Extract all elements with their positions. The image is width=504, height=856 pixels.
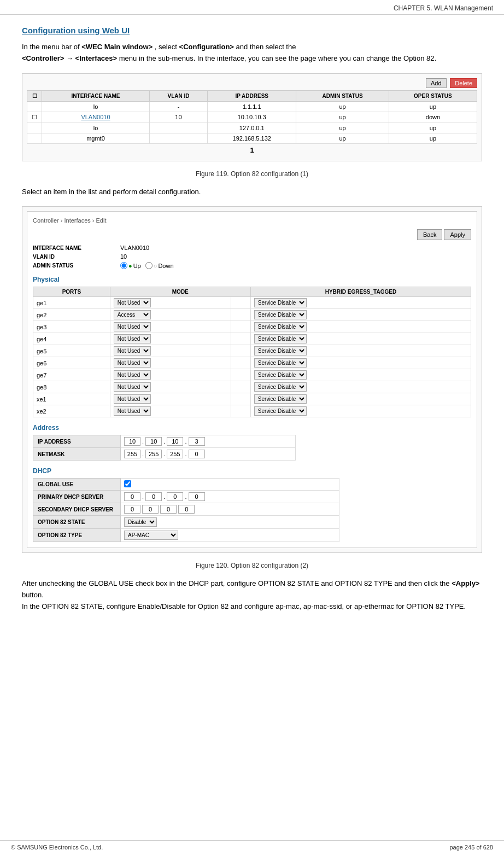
netmask-octet-4[interactable]: [189, 450, 205, 458]
global-use-label: GLOBAL USE: [33, 479, 121, 491]
back-button[interactable]: Back: [417, 229, 442, 240]
address-table-body: IP ADDRESS . . . NETMASK . .: [33, 435, 296, 461]
physical-section-header: Physical: [33, 276, 471, 283]
chapter-header: CHAPTER 5. WLAN Management: [0, 0, 504, 15]
hybrid-select-ge5[interactable]: Service DisableService Enable: [254, 346, 307, 356]
hybrid-select-ge2[interactable]: Service DisableService Enable: [254, 310, 307, 319]
hybrid-select-ge8[interactable]: Service DisableService Enable: [254, 382, 307, 392]
hybrid-select-ge7[interactable]: Service DisableService Enable: [254, 370, 307, 380]
hybrid-select-xe2[interactable]: Service DisableService Enable: [254, 406, 307, 416]
table-row: ge8 Not UsedAccessHybrid Service Disable…: [33, 381, 471, 393]
hybrid-select-ge4[interactable]: Service DisableService Enable: [254, 334, 307, 343]
secondary-octet-4[interactable]: [178, 505, 195, 514]
mode-select-xe1[interactable]: Not UsedAccessHybrid: [114, 394, 151, 404]
para-text-4: menu in the sub-menus. In the interface,…: [119, 54, 436, 62]
para-text-2: , select: [155, 43, 179, 51]
ip-octet-4[interactable]: [189, 437, 205, 446]
vlan-id-value: 10: [120, 253, 127, 260]
option82-type-select[interactable]: AP-MAC AP-MAC-SSID AP-ETHERMAC: [124, 531, 178, 540]
radio-down-input[interactable]: [145, 262, 153, 269]
port-name: ge1: [33, 297, 110, 309]
netmask-octet-1[interactable]: [124, 450, 140, 458]
table-row: ge6 Not UsedAccessHybrid Service Disable…: [33, 357, 471, 369]
hybrid-select-ge3[interactable]: Service DisableService Enable: [254, 322, 307, 331]
add-button[interactable]: Add: [426, 78, 447, 88]
para-text-1: In the menu bar of: [22, 43, 81, 51]
port-name: ge7: [33, 369, 110, 381]
option82-state-select[interactable]: Disable Enable: [124, 517, 157, 527]
figure-1-container: Add Delete ☐ INTERFACE NAME VLAN ID IP A…: [22, 73, 482, 161]
mode-arrow: [231, 357, 251, 369]
primary-octet-3[interactable]: [167, 492, 183, 501]
ip-address-inputs: . . .: [121, 435, 296, 448]
mode-arrow: [231, 369, 251, 381]
admin-status-value: ● Up ○ Down: [120, 262, 174, 269]
vlan-id-label: VLAN ID: [33, 254, 120, 260]
hybrid-select-ge6[interactable]: Service DisableService Enable: [254, 358, 307, 368]
primary-octet-1[interactable]: [124, 492, 140, 501]
mode-select-ge3[interactable]: Not UsedAccessHybrid: [114, 322, 151, 331]
netmask-label: NETMASK: [33, 448, 121, 461]
figure-2-container: Controller › Interfaces › Edit Back Appl…: [22, 206, 482, 553]
port-name: xe1: [33, 393, 110, 405]
col-ip-address: IP ADDRESS: [207, 90, 296, 101]
radio-down[interactable]: ○ Down: [145, 262, 174, 269]
global-use-checkbox[interactable]: [124, 480, 131, 487]
port-name: ge2: [33, 309, 110, 321]
mode-select-ge1[interactable]: Not UsedAccessHybrid: [114, 298, 151, 307]
hybrid-select-ge1[interactable]: Service DisableService Enable: [254, 298, 307, 307]
mode-arrow: [231, 393, 251, 405]
hybrid-select-xe1[interactable]: Service DisableService Enable: [254, 394, 307, 404]
netmask-octet-2[interactable]: [145, 450, 162, 458]
mode-select-cell: Not UsedAccessHybrid: [110, 369, 231, 381]
address-table: IP ADDRESS . . . NETMASK . .: [33, 435, 296, 461]
secondary-octet-3[interactable]: [160, 505, 177, 514]
mode-select-ge2[interactable]: Not UsedAccessHybrid: [114, 310, 151, 319]
apply-button[interactable]: Apply: [444, 229, 471, 240]
physical-table-body: ge1 Not UsedAccessHybrid Service Disable…: [33, 297, 471, 417]
primary-octet-2[interactable]: [145, 492, 162, 501]
page-content: Configuration using Web UI In the menu b…: [0, 15, 504, 643]
row-name: VLAN0010: [42, 112, 150, 123]
ip-octet-3[interactable]: [167, 437, 183, 446]
port-name: ge6: [33, 357, 110, 369]
secondary-octet-1[interactable]: [124, 505, 140, 514]
mode-select-cell: Not UsedAccessHybrid: [110, 333, 231, 345]
mode-select-cell: Not UsedAccessHybrid: [110, 297, 231, 309]
mode-arrow: [231, 333, 251, 345]
row-vlan: -: [149, 101, 207, 112]
netmask-octet-3[interactable]: [167, 450, 183, 458]
col-checkbox: ☐: [27, 90, 42, 101]
admin-status-row: ADMIN STATUS ● Up ○ Down: [33, 262, 471, 269]
table-row: ge3 Not UsedAccessHybrid Service Disable…: [33, 321, 471, 333]
down-icon: ○: [154, 263, 157, 269]
table-toolbar-1: Add Delete: [27, 78, 477, 88]
mode-select-ge6[interactable]: Not UsedAccessHybrid: [114, 358, 151, 368]
vlan-id-row: VLAN ID 10: [33, 253, 471, 260]
ip-octet-1[interactable]: [124, 437, 140, 446]
body-paragraph-1: In the menu bar of <WEC Main window> , s…: [22, 42, 482, 65]
global-use-checkbox-cell: [121, 479, 339, 491]
row-name: mgmt0: [42, 133, 150, 143]
mode-select-ge7[interactable]: Not UsedAccessHybrid: [114, 370, 151, 380]
radio-up-input[interactable]: [120, 262, 127, 269]
section-title: Configuration using Web UI: [22, 26, 482, 35]
mode-select-cell: Not UsedAccessHybrid: [110, 345, 231, 357]
page-number: page 245 of 628: [449, 844, 493, 851]
primary-octet-4[interactable]: [189, 492, 205, 501]
mode-select-ge5[interactable]: Not UsedAccessHybrid: [114, 346, 151, 356]
ip-octet-2[interactable]: [145, 437, 162, 446]
vlan-link[interactable]: VLAN0010: [81, 114, 110, 120]
table-page-number: 1: [27, 144, 477, 156]
port-name: xe2: [33, 405, 110, 417]
arrow-symbol: →: [66, 54, 75, 62]
radio-up[interactable]: ● Up: [120, 262, 141, 269]
secondary-octet-2[interactable]: [142, 505, 159, 514]
hybrid-select-cell: Service DisableService Enable: [250, 297, 471, 309]
mode-arrow: [231, 309, 251, 321]
mode-select-xe2[interactable]: Not UsedAccessHybrid: [114, 406, 151, 416]
mode-select-ge8[interactable]: Not UsedAccessHybrid: [114, 382, 151, 392]
delete-button[interactable]: Delete: [450, 78, 477, 88]
row-oper: down: [389, 112, 477, 123]
mode-select-ge4[interactable]: Not UsedAccessHybrid: [114, 334, 151, 343]
